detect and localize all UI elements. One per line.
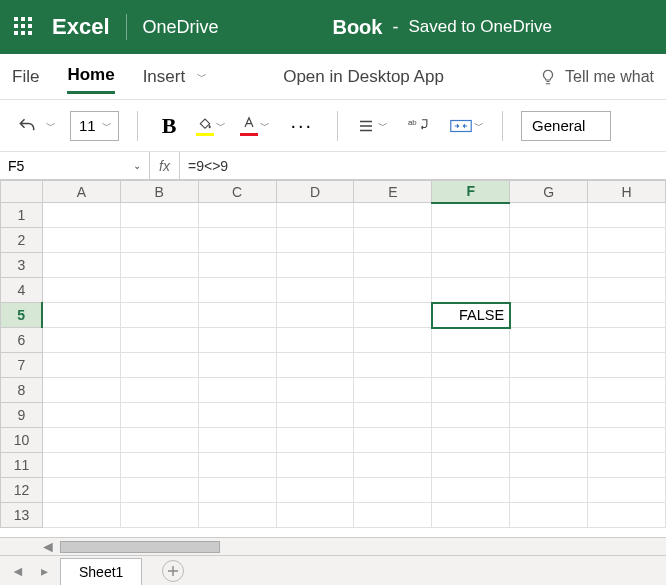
tab-insert[interactable]: Insert ﹀ [143, 61, 208, 93]
col-header[interactable]: D [276, 181, 354, 203]
cell[interactable] [432, 453, 510, 478]
merge-button[interactable]: ﹀ [450, 117, 484, 135]
cell[interactable] [198, 453, 276, 478]
row-header[interactable]: 10 [1, 428, 43, 453]
app-name[interactable]: Excel [52, 14, 110, 40]
cell[interactable] [42, 328, 120, 353]
col-header[interactable]: F [432, 181, 510, 203]
cell[interactable] [588, 253, 666, 278]
cell[interactable] [432, 328, 510, 353]
cell[interactable] [354, 378, 432, 403]
row-header[interactable]: 1 [1, 203, 43, 228]
cell[interactable] [354, 428, 432, 453]
cell[interactable] [432, 228, 510, 253]
cell[interactable] [120, 278, 198, 303]
sheet-nav-first[interactable]: ◄ [8, 563, 28, 579]
cell[interactable] [588, 478, 666, 503]
cell[interactable] [120, 428, 198, 453]
row-header[interactable]: 6 [1, 328, 43, 353]
cell[interactable] [276, 278, 354, 303]
cell[interactable] [588, 378, 666, 403]
cell[interactable] [198, 478, 276, 503]
cell[interactable] [432, 278, 510, 303]
cell[interactable] [588, 328, 666, 353]
cell[interactable] [588, 278, 666, 303]
add-sheet-button[interactable] [162, 560, 184, 582]
row-header[interactable]: 12 [1, 478, 43, 503]
cell[interactable] [510, 303, 588, 328]
row-header[interactable]: 8 [1, 378, 43, 403]
cell[interactable] [354, 278, 432, 303]
cell[interactable] [588, 428, 666, 453]
row-header[interactable]: 3 [1, 253, 43, 278]
bold-button[interactable]: B [156, 109, 183, 143]
cell[interactable] [510, 203, 588, 228]
cell[interactable] [198, 328, 276, 353]
name-box[interactable]: F5 ⌄ [0, 152, 150, 179]
cell[interactable] [354, 403, 432, 428]
cell[interactable] [588, 503, 666, 528]
cell[interactable] [198, 428, 276, 453]
cell[interactable]: FALSE [432, 303, 510, 328]
cell[interactable] [120, 378, 198, 403]
cell[interactable] [276, 328, 354, 353]
cell[interactable] [588, 303, 666, 328]
cell[interactable] [42, 403, 120, 428]
cell[interactable] [42, 303, 120, 328]
cell[interactable] [42, 378, 120, 403]
cell[interactable] [510, 253, 588, 278]
cell[interactable] [198, 203, 276, 228]
cell[interactable] [120, 478, 198, 503]
cell[interactable] [42, 353, 120, 378]
font-color-button[interactable]: ﹀ [240, 115, 270, 136]
row-header[interactable]: 9 [1, 403, 43, 428]
cell[interactable] [276, 353, 354, 378]
cell[interactable] [354, 203, 432, 228]
row-header[interactable]: 7 [1, 353, 43, 378]
row-header[interactable]: 4 [1, 278, 43, 303]
row-header[interactable]: 2 [1, 228, 43, 253]
cell[interactable] [276, 453, 354, 478]
cell[interactable] [120, 228, 198, 253]
number-format-select[interactable]: General [521, 111, 611, 141]
cell[interactable] [432, 378, 510, 403]
open-in-desktop-button[interactable]: Open in Desktop App [283, 61, 444, 93]
cell[interactable] [42, 203, 120, 228]
cell[interactable] [120, 453, 198, 478]
cell[interactable] [276, 378, 354, 403]
cell[interactable] [354, 228, 432, 253]
cell[interactable] [276, 253, 354, 278]
sheet-nav-prev[interactable]: ▸ [34, 563, 54, 579]
cell[interactable] [354, 353, 432, 378]
select-all-corner[interactable] [1, 181, 43, 203]
cell[interactable] [120, 503, 198, 528]
cell[interactable] [198, 278, 276, 303]
cell[interactable] [120, 328, 198, 353]
cell[interactable] [276, 503, 354, 528]
cell[interactable] [276, 228, 354, 253]
cell[interactable] [42, 253, 120, 278]
cell[interactable] [354, 328, 432, 353]
cell[interactable] [120, 353, 198, 378]
cell[interactable] [588, 403, 666, 428]
undo-button[interactable] [10, 112, 44, 140]
col-header[interactable]: A [42, 181, 120, 203]
cell[interactable] [510, 328, 588, 353]
cell[interactable] [432, 503, 510, 528]
cell[interactable] [510, 228, 588, 253]
cell[interactable] [510, 503, 588, 528]
cell[interactable] [276, 303, 354, 328]
cell[interactable] [198, 353, 276, 378]
cell[interactable] [276, 403, 354, 428]
cell[interactable] [198, 253, 276, 278]
col-header[interactable]: G [510, 181, 588, 203]
wrap-text-button[interactable]: ab [402, 112, 436, 140]
cell[interactable] [510, 478, 588, 503]
cell[interactable] [354, 453, 432, 478]
service-name[interactable]: OneDrive [143, 17, 219, 38]
cell[interactable] [510, 428, 588, 453]
cell[interactable] [510, 453, 588, 478]
cell[interactable] [354, 503, 432, 528]
cell[interactable] [198, 378, 276, 403]
cell[interactable] [588, 453, 666, 478]
